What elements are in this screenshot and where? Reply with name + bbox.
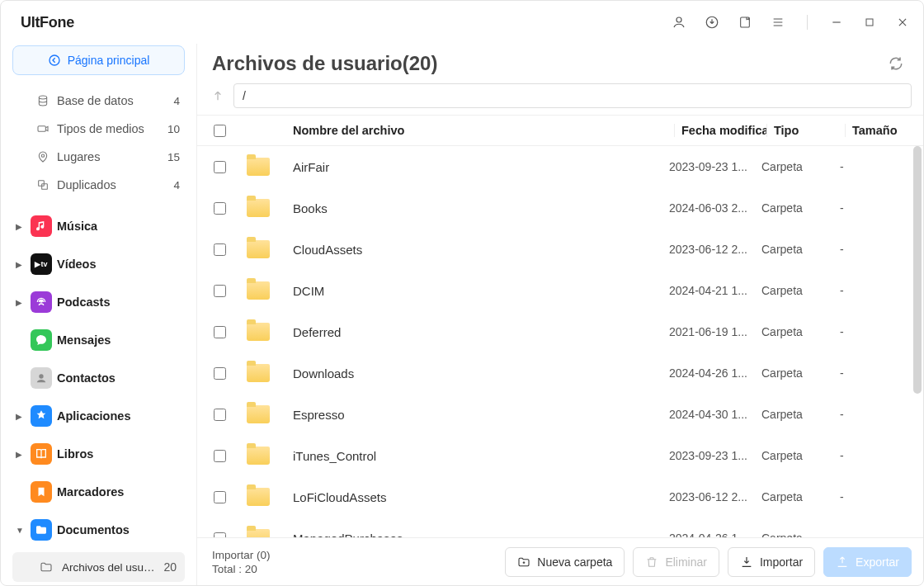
category-icon: ▶tv — [31, 253, 52, 275]
row-checkbox[interactable] — [214, 367, 226, 380]
sidebar-item[interactable]: Lugares15 — [11, 143, 186, 171]
folder-icon — [247, 364, 270, 382]
sidebar-category[interactable]: ▶Libros — [11, 435, 186, 473]
sidebar-category[interactable]: ▶Música — [11, 207, 186, 245]
chevron-down-icon: ▼ — [16, 526, 24, 535]
table-row[interactable]: iTunes_Control2023-09-23 1...Carpeta- — [197, 435, 912, 476]
sidebar-category-label: Música — [57, 220, 97, 233]
row-checkbox[interactable] — [214, 532, 226, 538]
sidebar-item-count: 15 — [167, 151, 180, 163]
path-input[interactable] — [233, 83, 912, 108]
row-checkbox[interactable] — [214, 326, 226, 338]
row-checkbox[interactable] — [214, 243, 226, 256]
file-date: 2023-06-12 2... — [662, 243, 755, 256]
table-row[interactable]: CloudAssets2023-06-12 2...Carpeta- — [197, 229, 912, 270]
database-icon — [35, 93, 50, 108]
sidebar-item[interactable]: Base de datos4 — [11, 87, 186, 115]
row-checkbox[interactable] — [214, 450, 226, 462]
sidebar-category-label: Mensajes — [57, 333, 111, 347]
sidebar-category-label: Aplicaciones — [57, 409, 130, 423]
sidebar-subitem-label: Archivos del usua... — [62, 561, 155, 574]
file-name: AirFair — [293, 160, 662, 174]
col-size[interactable]: Tamaño — [845, 124, 923, 137]
import-button[interactable]: Importar — [728, 547, 815, 577]
sidebar-category[interactable]: Contactos — [11, 359, 186, 397]
sidebar-subitem-active[interactable]: Archivos del usua...20 — [12, 552, 185, 582]
file-type: Carpeta — [755, 160, 833, 173]
new-folder-button[interactable]: Nueva carpeta — [505, 547, 625, 577]
vertical-scrollbar[interactable] — [913, 146, 922, 394]
app-brand: UltFone — [21, 14, 74, 31]
file-size: - — [833, 408, 912, 421]
maximize-icon[interactable] — [862, 15, 877, 30]
chevron-right-icon: ▶ — [16, 412, 22, 421]
user-icon[interactable] — [672, 15, 686, 30]
sidebar-item-label: Duplicados — [57, 178, 116, 191]
minimize-icon[interactable] — [829, 15, 844, 30]
folder-icon — [247, 529, 270, 537]
category-icon — [31, 291, 52, 313]
up-arrow-icon[interactable] — [209, 87, 227, 105]
file-size: - — [833, 449, 912, 462]
file-name: Downloads — [293, 366, 662, 380]
delete-button[interactable]: Eliminar — [633, 547, 719, 577]
svg-rect-9 — [42, 184, 48, 190]
menu-icon[interactable] — [771, 15, 785, 30]
titlebar: UltFone — [1, 1, 923, 44]
file-type: Carpeta — [755, 490, 833, 503]
row-checkbox[interactable] — [214, 409, 226, 421]
sidebar-item[interactable]: Duplicados4 — [11, 171, 186, 199]
svg-point-0 — [676, 17, 681, 22]
sidebar-category-label: Vídeos — [57, 258, 97, 271]
table-row[interactable]: AirFair2023-09-23 1...Carpeta- — [197, 146, 912, 187]
chevron-right-icon: ▶ — [16, 450, 22, 459]
file-name: Books — [293, 201, 662, 215]
row-checkbox[interactable] — [214, 285, 226, 297]
sidebar-category[interactable]: ▶Podcasts — [11, 283, 186, 321]
refresh-icon[interactable] — [887, 54, 905, 73]
sidebar-category-label: Podcasts — [57, 295, 110, 309]
sidebar: Página principal Base de datos4Tipos de … — [1, 44, 197, 585]
table-row[interactable]: Books2024-06-03 2...Carpeta- — [197, 187, 912, 229]
category-icon — [31, 329, 52, 351]
sidebar-category[interactable]: ▼Documentos — [11, 511, 186, 549]
table-row[interactable]: Deferred2021-06-19 1...Carpeta- — [197, 311, 912, 352]
sidebar-category-label: Marcadores — [57, 485, 124, 499]
file-size: - — [833, 532, 912, 537]
download-icon[interactable] — [705, 15, 719, 30]
table-row[interactable]: LoFiCloudAssets2023-06-12 2...Carpeta- — [197, 476, 912, 517]
chevron-right-icon: ▶ — [16, 222, 22, 231]
file-date: 2024-06-03 2... — [662, 201, 755, 215]
select-all-checkbox[interactable] — [214, 125, 226, 137]
note-icon[interactable] — [738, 15, 752, 30]
sidebar-category[interactable]: Mensajes — [11, 321, 186, 359]
total-label: Total : 20 — [212, 563, 271, 575]
folder-icon — [39, 560, 54, 574]
svg-point-11 — [39, 374, 43, 378]
sidebar-category[interactable]: ▶▶tvVídeos — [11, 245, 186, 283]
close-icon[interactable] — [895, 15, 910, 30]
sidebar-item[interactable]: Tipos de medios10 — [11, 115, 186, 143]
folder-plus-icon — [517, 555, 530, 569]
sidebar-category[interactable]: ▶Aplicaciones — [11, 397, 186, 435]
folder-icon — [247, 488, 270, 506]
export-button[interactable]: Exportar — [823, 547, 912, 577]
home-button[interactable]: Página principal — [12, 45, 185, 75]
table-row[interactable]: Downloads2024-04-26 1...Carpeta- — [197, 352, 912, 394]
sidebar-category-label: Libros — [57, 447, 93, 461]
folder-icon — [247, 281, 270, 300]
table-row[interactable]: Espresso2024-04-30 1...Carpeta- — [197, 394, 912, 435]
col-name[interactable]: Nombre del archivo — [293, 124, 674, 137]
import-count-label: Importar (0) — [212, 549, 271, 561]
row-checkbox[interactable] — [214, 202, 226, 215]
chevron-right-icon: ▶ — [16, 298, 22, 307]
sidebar-category[interactable]: Marcadores — [11, 473, 186, 511]
col-type[interactable]: Tipo — [766, 124, 845, 137]
row-checkbox[interactable] — [214, 491, 226, 503]
row-checkbox[interactable] — [214, 161, 226, 173]
table-row[interactable]: DCIM2024-04-21 1...Carpeta- — [197, 270, 912, 311]
table-row[interactable]: ManagedPurchases2024-04-26 1...Carpeta- — [197, 517, 912, 537]
duplicates-icon — [35, 177, 50, 192]
col-date[interactable]: Fecha modificada — [674, 124, 766, 137]
sidebar-item-count: 4 — [173, 95, 180, 107]
